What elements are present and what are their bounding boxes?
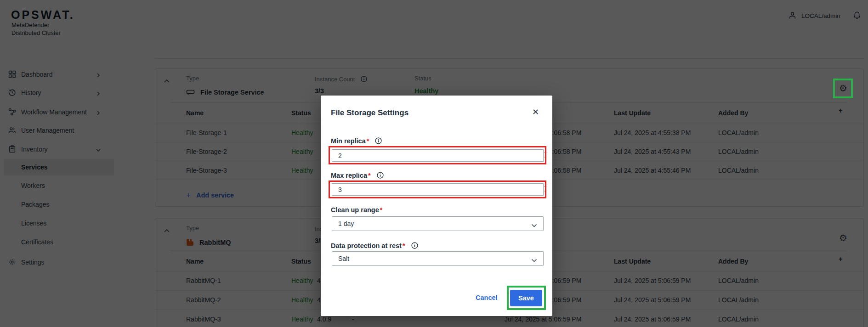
data-protection-value: Salt xyxy=(338,255,349,262)
required-asterisk: * xyxy=(380,206,383,214)
close-icon[interactable]: ✕ xyxy=(532,107,539,117)
required-asterisk: * xyxy=(368,172,371,179)
min-replica-highlight-box xyxy=(329,146,546,164)
dialog-title: File Storage Settings xyxy=(331,108,408,118)
max-replica-highlight-box xyxy=(329,180,546,198)
file-storage-settings-dialog: File Storage Settings ✕ Min replica* ▴ ▾… xyxy=(321,96,552,316)
chevron-down-icon xyxy=(531,257,537,264)
data-protection-label: Data protection at rest* xyxy=(331,241,418,249)
cancel-button[interactable]: Cancel xyxy=(476,294,498,301)
app-root: OPSWAT. MetaDefender Distributed Cluster… xyxy=(0,0,868,327)
cleanup-range-select[interactable]: 1 day xyxy=(332,216,544,231)
min-replica-label: Min replica* xyxy=(331,136,382,145)
data-protection-select[interactable]: Salt xyxy=(332,251,544,266)
info-icon[interactable] xyxy=(375,138,382,146)
cleanup-range-value: 1 day xyxy=(338,220,354,227)
info-icon[interactable] xyxy=(377,173,384,180)
save-button[interactable]: Save xyxy=(510,290,542,306)
cleanup-range-label: Clean up range* xyxy=(331,206,382,214)
required-asterisk: * xyxy=(403,242,405,249)
required-asterisk: * xyxy=(367,137,369,145)
chevron-down-icon xyxy=(531,222,537,229)
info-icon[interactable] xyxy=(411,243,418,250)
max-replica-label: Max replica* xyxy=(331,171,384,179)
